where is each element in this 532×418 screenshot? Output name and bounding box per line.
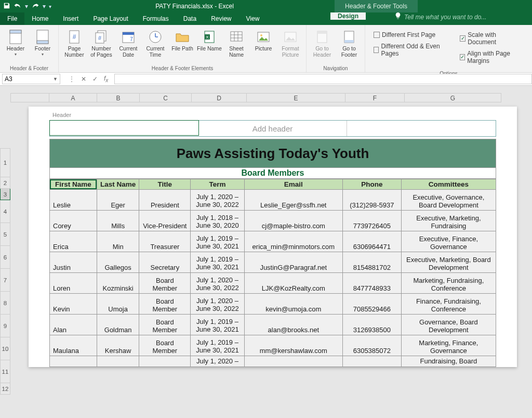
cell-term[interactable]: July 1, 2019 –June 30, 2021 [191, 231, 244, 252]
cell-email[interactable]: kevin@umoja.com [244, 294, 342, 315]
cell-phone[interactable] [342, 356, 401, 367]
cell-title[interactable] [139, 356, 191, 367]
tab-design[interactable]: Design [330, 12, 366, 20]
page-number-button[interactable]: #Page Number [62, 26, 87, 58]
undo-icon[interactable] [14, 2, 22, 11]
tab-home[interactable]: Home [24, 12, 56, 25]
row-12[interactable]: 12 [0, 383, 10, 395]
cell-term[interactable]: July 1, 2019 –June 30, 2021 [191, 335, 244, 356]
cell-title[interactable]: Secretary [139, 252, 191, 273]
redo-icon[interactable] [31, 2, 39, 11]
cell-phone[interactable]: 6305385072 [342, 335, 401, 356]
cell-email[interactable]: LJK@KozRealty.com [244, 273, 342, 294]
cell-phone[interactable]: 3126938500 [342, 315, 401, 335]
header-left-section[interactable] [49, 120, 199, 136]
goto-footer-button[interactable]: Go to Footer [337, 26, 362, 58]
cell-term[interactable]: July 1, 2020 –June 30, 2022 [191, 190, 244, 211]
th-first-name[interactable]: First Name [50, 179, 97, 190]
tab-formulas[interactable]: Formulas [136, 12, 176, 25]
formula-input[interactable] [114, 74, 532, 84]
header-center-section[interactable]: Add header [198, 121, 348, 136]
cell-email[interactable]: Leslie_Eger@ssfh.net [244, 190, 342, 211]
cell-last-name[interactable]: Gallegos [97, 252, 139, 273]
cell-title[interactable]: Board Member [139, 335, 191, 356]
cell-first-name[interactable] [50, 356, 97, 367]
th-phone[interactable]: Phone [342, 179, 401, 190]
cell-term[interactable]: July 1, 2018 –June 30, 2020 [191, 211, 244, 231]
cell-committees[interactable]: Governance, Board Development [401, 315, 496, 335]
cell-email[interactable]: alan@brooks.net [244, 315, 342, 335]
align-with-margins-checkbox[interactable]: ✓Align with Page Margins [460, 50, 524, 64]
tell-me-search[interactable]: Tell me what you want to do... [384, 12, 486, 21]
cell-term[interactable]: July 1, 2020 –June 30, 2022 [191, 294, 244, 315]
row-10[interactable]: 10 [0, 337, 10, 360]
th-title[interactable]: Title [139, 179, 191, 190]
cell-last-name[interactable]: Kershaw [97, 335, 139, 356]
cancel-formula-icon[interactable]: ✕ [81, 75, 86, 83]
cell-title[interactable]: Treasurer [139, 231, 191, 252]
cell-title[interactable]: Board Member [139, 294, 191, 315]
header-right-section[interactable] [347, 121, 496, 136]
cell-first-name[interactable]: Alan [50, 315, 97, 335]
col-G[interactable]: G [405, 93, 501, 102]
redo-dropdown-icon[interactable]: ▾ [43, 3, 46, 10]
cell-email[interactable] [244, 356, 342, 367]
tab-review[interactable]: Review [204, 12, 238, 25]
worksheet-area[interactable]: A B C D E F G 1 2 3 4 5 6 7 8 9 10 11 12… [0, 86, 532, 418]
cell-first-name[interactable]: Leslie [50, 190, 97, 211]
different-first-page-checkbox[interactable]: Different First Page [374, 31, 447, 38]
enter-formula-icon[interactable]: ✓ [92, 75, 98, 83]
picture-button[interactable]: Picture [251, 26, 276, 52]
row-8[interactable]: 8 [0, 292, 10, 315]
cell-term[interactable]: July 1, 2020 – [191, 356, 244, 367]
row-9[interactable]: 9 [0, 315, 10, 337]
tab-data[interactable]: Data [176, 12, 204, 25]
tab-view[interactable]: View [239, 12, 267, 25]
row-2[interactable]: 2 [0, 177, 10, 189]
cell-last-name[interactable]: Mills [97, 211, 139, 231]
current-time-button[interactable]: Current Time [143, 26, 168, 58]
col-E[interactable]: E [247, 93, 345, 102]
sheet-name-button[interactable]: Sheet Name [224, 26, 249, 58]
current-date-button[interactable]: 7Current Date [116, 26, 141, 58]
row-4[interactable]: 4 [0, 200, 10, 223]
cell-last-name[interactable]: Eger [97, 190, 139, 211]
cell-title[interactable]: Board Member [139, 315, 191, 335]
footer-button[interactable]: Footer▾ [30, 26, 55, 57]
scale-with-document-checkbox[interactable]: ✓Scale with Document [460, 31, 524, 46]
col-B[interactable]: B [97, 93, 140, 102]
name-box[interactable]: A3▼ [2, 74, 60, 84]
cell-email[interactable]: erica_min@minmotors.com [244, 231, 342, 252]
number-of-pages-button[interactable]: #Number of Pages [89, 26, 114, 58]
cell-last-name[interactable]: Goldman [97, 315, 139, 335]
cell-last-name[interactable] [97, 356, 139, 367]
qat-customize-icon[interactable]: ▾ [49, 4, 51, 9]
cell-first-name[interactable]: Kevin [50, 294, 97, 315]
cell-first-name[interactable]: Maulana [50, 335, 97, 356]
cell-phone[interactable]: 8154881702 [342, 252, 401, 273]
cell-term[interactable]: July 1, 2019 –June 30, 2021 [191, 315, 244, 335]
cell-phone[interactable]: 8477748933 [342, 273, 401, 294]
cell-first-name[interactable]: Corey [50, 211, 97, 231]
file-path-button[interactable]: File Path [170, 26, 195, 52]
different-odd-even-checkbox[interactable]: Different Odd & Even Pages [374, 43, 447, 57]
cell-committees[interactable]: Executive, Finance, Governance [401, 231, 496, 252]
th-email[interactable]: Email [244, 179, 342, 190]
col-D[interactable]: D [192, 93, 247, 102]
cell-last-name[interactable]: Min [97, 231, 139, 252]
row-1[interactable]: 1 [0, 148, 10, 177]
cell-phone[interactable]: 7085529466 [342, 294, 401, 315]
fx-icon[interactable]: fx [104, 75, 108, 83]
cell-title[interactable]: Board Member [139, 273, 191, 294]
cell-title[interactable]: Vice-President [139, 211, 191, 231]
cell-committees[interactable]: Executive, Marketing, Fundraising [401, 211, 496, 231]
cell-last-name[interactable]: Umoja [97, 294, 139, 315]
tab-file[interactable]: File [0, 12, 24, 25]
cell-committees[interactable]: Marketing, Finance, Governance [401, 335, 496, 356]
cell-first-name[interactable]: Loren [50, 273, 97, 294]
cell-committees[interactable]: Fundraising, Board [401, 356, 496, 367]
row-5[interactable]: 5 [0, 223, 10, 246]
cell-committees[interactable]: Marketing, Fundraising, Conference [401, 273, 496, 294]
row-7[interactable]: 7 [0, 269, 10, 292]
undo-dropdown-icon[interactable]: ▾ [25, 3, 28, 10]
